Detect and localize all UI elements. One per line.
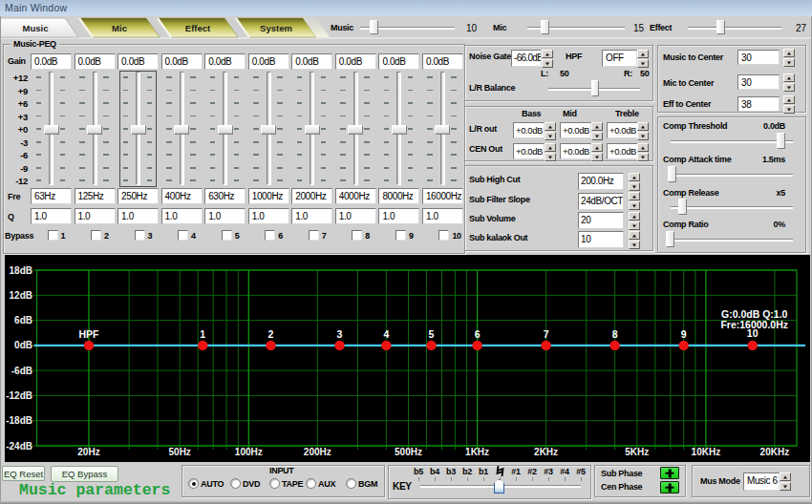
svg-text:Music: Music <box>23 23 49 33</box>
svg-text:Effect: Effect <box>185 23 211 33</box>
svg-text:-12dB: -12dB <box>6 390 32 401</box>
svg-text:7: 7 <box>544 328 549 340</box>
svg-text:-24dB: -24dB <box>6 441 32 452</box>
svg-text:0dB: 0dB <box>14 340 32 350</box>
svg-text:18dB: 18dB <box>10 265 32 276</box>
svg-text:2: 2 <box>268 328 274 340</box>
svg-text:3: 3 <box>337 328 343 340</box>
svg-text:-6dB: -6dB <box>11 366 32 376</box>
svg-text:100Hz: 100Hz <box>235 447 263 457</box>
svg-text:6dB: 6dB <box>14 315 32 326</box>
svg-text:HPF: HPF <box>79 328 100 340</box>
svg-text:200Hz: 200Hz <box>304 447 331 457</box>
svg-text:1KHz: 1KHz <box>465 447 489 457</box>
svg-text:6: 6 <box>475 328 481 340</box>
svg-text:20Hz: 20Hz <box>77 447 99 457</box>
svg-text:-18dB: -18dB <box>6 415 32 426</box>
svg-text:5KHz: 5KHz <box>625 447 649 457</box>
svg-text:1: 1 <box>200 328 205 340</box>
svg-text:Mic: Mic <box>112 23 127 33</box>
svg-text:8: 8 <box>612 328 618 340</box>
svg-text:12dB: 12dB <box>10 290 32 301</box>
svg-text:5: 5 <box>429 328 435 340</box>
svg-text:Fre:16000.0Hz: Fre:16000.0Hz <box>720 319 788 330</box>
svg-text:4: 4 <box>383 328 389 340</box>
svg-text:2KHz: 2KHz <box>534 447 558 457</box>
svg-text:50Hz: 50Hz <box>169 447 191 457</box>
svg-text:20KHz: 20KHz <box>760 447 790 457</box>
svg-text:500Hz: 500Hz <box>395 447 422 457</box>
svg-text:System: System <box>260 23 292 33</box>
svg-text:9: 9 <box>681 328 687 340</box>
svg-text:10KHz: 10KHz <box>692 447 721 457</box>
